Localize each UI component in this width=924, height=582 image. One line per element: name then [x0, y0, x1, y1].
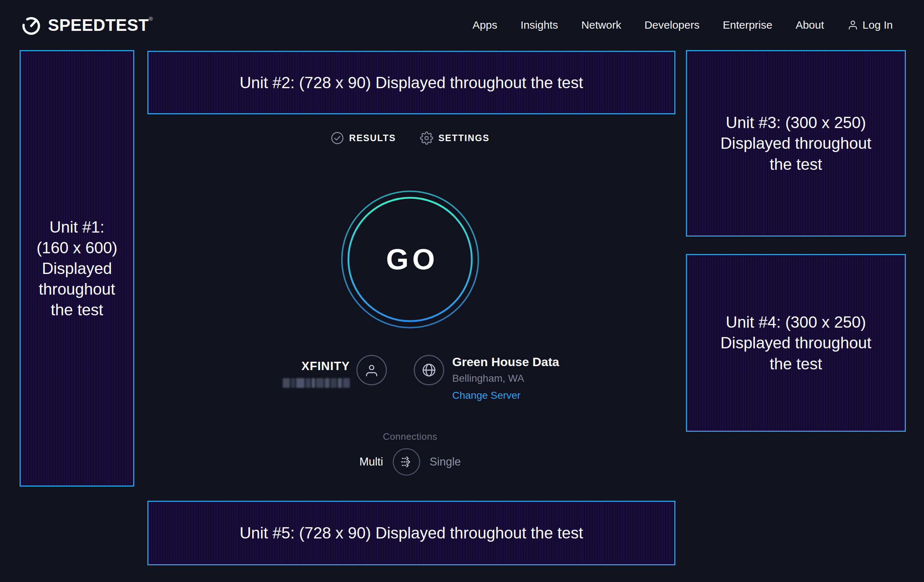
connections-option-single[interactable]: Single: [430, 455, 461, 468]
nav-item-enterprise[interactable]: Enterprise: [723, 19, 772, 31]
globe-icon: [421, 363, 437, 378]
go-label: GO: [382, 243, 439, 276]
server-location: Bellingham, WA: [452, 373, 605, 384]
tab-settings[interactable]: SETTINGS: [420, 131, 490, 145]
go-button[interactable]: GO: [340, 190, 480, 329]
isp-name: XFINITY: [241, 359, 350, 373]
speedtest-page: SPEEDTEST® Apps Insights Network Develop…: [0, 0, 924, 582]
nav-item-network[interactable]: Network: [581, 19, 621, 31]
speedometer-icon: [20, 14, 42, 36]
top-nav: SPEEDTEST® Apps Insights Network Develop…: [0, 0, 924, 50]
ad-unit-5-728x90: Unit #5: (728 x 90) Displayed throughout…: [147, 501, 675, 565]
connections-label: Connections: [134, 431, 686, 442]
ad-unit-4-300x250: Unit #4: (300 x 250) Displayed throughou…: [686, 254, 906, 432]
multi-connections-arrows-icon: [398, 453, 415, 470]
view-tabs: RESULTS SETTINGS: [134, 131, 686, 145]
connections-option-multi[interactable]: Multi: [359, 455, 383, 468]
login-button[interactable]: Log In: [847, 19, 893, 31]
ad-unit-3-300x250: Unit #3: (300 x 250) Displayed throughou…: [686, 50, 906, 237]
ip-address-redacted: [241, 378, 350, 388]
gear-icon: [420, 131, 433, 145]
server-name: Green House Data: [452, 355, 605, 369]
results-label: RESULTS: [349, 133, 396, 143]
ad-unit-1-160x600: Unit #1: (160 x 600) Displayed throughou…: [20, 50, 134, 486]
settings-label: SETTINGS: [439, 133, 490, 143]
isp-info[interactable]: XFINITY: [241, 359, 350, 388]
connections-toggle-row: Multi Single: [134, 448, 686, 476]
result-meta: XFINITY Green House Data Bellingham, WA …: [134, 355, 686, 401]
user-icon: [847, 20, 858, 30]
tab-results[interactable]: RESULTS: [331, 131, 396, 145]
nav-item-apps[interactable]: Apps: [472, 19, 497, 31]
login-label: Log In: [863, 19, 893, 31]
change-server-link[interactable]: Change Server: [452, 390, 520, 401]
nav-item-about[interactable]: About: [795, 19, 824, 31]
speedtest-logo[interactable]: SPEEDTEST®: [20, 14, 153, 36]
nav-item-insights[interactable]: Insights: [520, 19, 558, 31]
trademark-symbol: ®: [149, 16, 153, 22]
brand-text: SPEEDTEST®: [48, 15, 153, 35]
connections-toggle-button[interactable]: [393, 448, 420, 476]
nav-item-developers[interactable]: Developers: [645, 19, 700, 31]
connections-section: Connections Multi Single: [134, 431, 686, 476]
user-icon: [364, 363, 379, 378]
ad-unit-2-728x90: Unit #2: (728 x 90) Displayed throughout…: [147, 51, 675, 114]
isp-avatar: [356, 355, 387, 385]
nav-links: Apps Insights Network Developers Enterpr…: [472, 19, 893, 31]
server-info: Green House Data Bellingham, WA Change S…: [452, 355, 605, 401]
check-circle-icon: [331, 131, 344, 145]
server-globe: [414, 355, 444, 385]
